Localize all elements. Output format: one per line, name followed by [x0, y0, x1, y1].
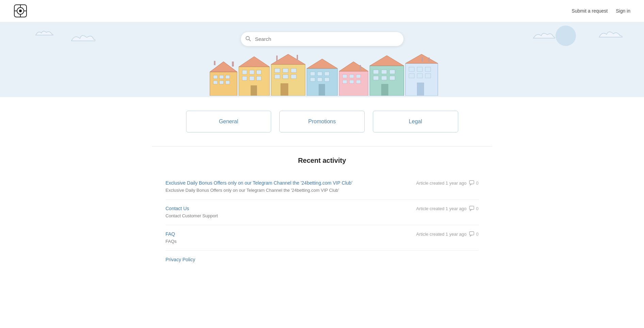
activity-meta: Article created 1 year ago 0 [416, 231, 478, 237]
activity-link[interactable]: Privacy Policy [166, 257, 472, 262]
comment-count: 0 [469, 180, 478, 186]
activity-link[interactable]: Contact Us [166, 206, 410, 211]
svg-rect-21 [242, 70, 247, 74]
svg-rect-44 [310, 78, 315, 81]
activity-timestamp: Article created 1 year ago [416, 206, 466, 211]
svg-rect-32 [291, 68, 296, 73]
activity-content: Contact Us Contact Customer Support [166, 206, 410, 219]
cloud-left [68, 32, 95, 44]
svg-rect-76 [428, 58, 430, 62]
cityscape-illustration [203, 51, 441, 97]
svg-rect-47 [319, 84, 325, 96]
activity-content: Exclusive Daily Bonus Offers only on our… [166, 180, 410, 193]
svg-rect-60 [381, 70, 387, 74]
svg-rect-63 [381, 76, 387, 80]
header-nav: Submit a request Sign in [572, 8, 630, 14]
svg-rect-65 [381, 84, 388, 96]
svg-rect-62 [373, 76, 379, 80]
activity-meta: Article created 1 year ago 0 [416, 206, 478, 211]
comment-count-value: 0 [476, 232, 478, 237]
svg-rect-41 [310, 72, 315, 76]
svg-rect-64 [390, 76, 395, 80]
activity-description: Contact Customer Support [166, 213, 218, 218]
search-icon [245, 36, 251, 43]
svg-marker-49 [339, 62, 368, 71]
sign-in-link[interactable]: Sign in [616, 8, 630, 14]
comment-count-value: 0 [476, 206, 478, 211]
comment-icon [469, 206, 475, 211]
svg-marker-20 [239, 57, 269, 67]
svg-rect-75 [422, 57, 423, 62]
svg-rect-56 [360, 65, 361, 70]
promotions-button[interactable]: Promotions [279, 111, 365, 132]
svg-rect-24 [242, 76, 247, 80]
activity-content: Privacy Policy [166, 257, 472, 264]
svg-rect-16 [226, 81, 230, 84]
comment-icon [469, 231, 475, 237]
svg-rect-78 [469, 206, 474, 209]
svg-rect-79 [469, 232, 474, 235]
activity-timestamp: Article created 1 year ago [416, 181, 466, 186]
search-input[interactable] [241, 32, 404, 46]
svg-rect-38 [297, 55, 298, 60]
activity-item: FAQ FAQs Article created 1 year ago 0 [166, 225, 479, 251]
svg-rect-13 [226, 75, 230, 79]
svg-rect-23 [257, 70, 261, 74]
activity-timestamp: Article created 1 year ago [416, 232, 466, 237]
svg-rect-50 [343, 75, 347, 78]
svg-rect-12 [219, 75, 224, 79]
activity-description: Exclusive Daily Bonus Offers only on our… [166, 188, 339, 193]
svg-rect-37 [276, 56, 278, 61]
cloud-right [532, 31, 556, 41]
logo[interactable] [14, 4, 27, 18]
svg-rect-31 [283, 68, 288, 73]
logo-icon [14, 4, 27, 18]
general-button[interactable]: General [186, 111, 271, 132]
categories-section: General Promotions Legal [172, 97, 472, 139]
search-container [241, 32, 404, 46]
site-header: Submit a request Sign in [0, 0, 644, 22]
svg-rect-72 [417, 74, 423, 78]
svg-rect-43 [325, 72, 329, 76]
svg-rect-26 [257, 76, 261, 80]
activity-link[interactable]: FAQ [166, 231, 410, 237]
svg-rect-35 [291, 75, 296, 79]
recent-activity-title: Recent activity [166, 157, 479, 165]
svg-rect-69 [417, 67, 423, 72]
svg-rect-30 [275, 68, 280, 73]
svg-rect-18 [214, 61, 215, 65]
svg-rect-33 [275, 75, 280, 79]
svg-line-8 [249, 40, 250, 41]
svg-rect-73 [425, 74, 431, 78]
activity-description: FAQs [166, 239, 177, 244]
activity-item: Privacy Policy [166, 251, 479, 270]
svg-marker-58 [370, 56, 404, 66]
svg-rect-77 [469, 181, 474, 184]
hero-section: ∼ ∼ [0, 22, 644, 97]
svg-rect-59 [373, 70, 379, 74]
svg-rect-36 [281, 83, 288, 96]
legal-button[interactable]: Legal [373, 111, 458, 132]
comment-count-value: 0 [476, 181, 478, 186]
svg-rect-53 [343, 80, 347, 83]
comment-count: 0 [469, 231, 478, 237]
svg-marker-40 [307, 59, 337, 68]
svg-rect-61 [390, 70, 395, 74]
categories-wrapper: General Promotions Legal [152, 97, 492, 139]
activity-link[interactable]: Exclusive Daily Bonus Offers only on our… [166, 180, 410, 186]
svg-rect-46 [325, 78, 329, 81]
recent-activity-section: Recent activity Exclusive Daily Bonus Of… [152, 157, 492, 290]
submit-request-link[interactable]: Submit a request [572, 8, 608, 14]
svg-rect-25 [249, 76, 254, 80]
comment-icon [469, 180, 475, 186]
activity-meta: Article created 1 year ago 0 [416, 180, 478, 186]
svg-rect-17 [232, 62, 234, 66]
svg-rect-11 [213, 75, 217, 79]
svg-rect-14 [213, 81, 217, 84]
circle-decoration [556, 26, 576, 46]
svg-rect-54 [349, 80, 354, 83]
svg-rect-45 [317, 78, 322, 81]
svg-rect-52 [356, 75, 361, 78]
svg-rect-51 [349, 75, 354, 78]
svg-rect-74 [417, 83, 424, 96]
